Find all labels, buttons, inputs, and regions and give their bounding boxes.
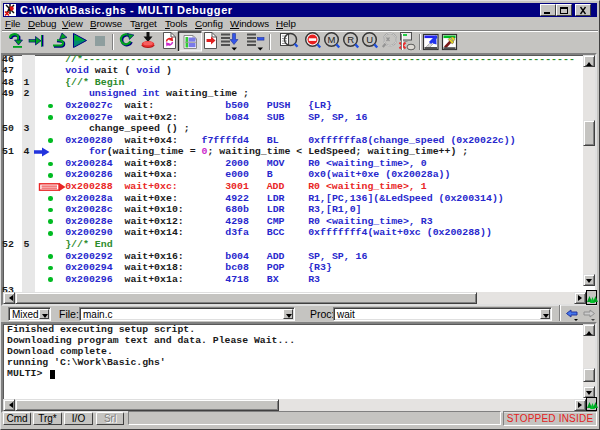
svg-text:R: R [347,34,354,45]
svg-text:M: M [328,34,336,45]
svg-text:U: U [366,34,373,45]
